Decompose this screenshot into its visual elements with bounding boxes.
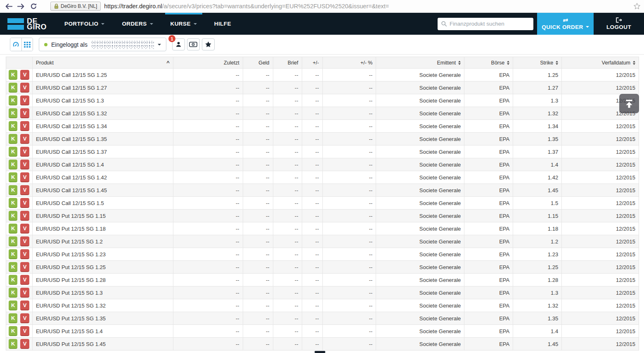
buy-button[interactable]: K [9, 198, 17, 208]
horizontal-scrollbar-thumb[interactable] [315, 351, 325, 353]
buy-button[interactable]: K [9, 185, 17, 195]
product-cell[interactable]: EUR/USD Call 12/15 SG 1.45 [33, 184, 173, 196]
table-row: KVEUR/USD Call 12/15 SG 1.32----------So… [6, 107, 639, 120]
buy-button[interactable]: K [9, 172, 17, 182]
nav-item-portfolio[interactable]: PORTFOLIO [56, 13, 113, 35]
product-cell[interactable]: EUR/USD Put 12/15 SG 1.25 [33, 261, 173, 273]
buy-button[interactable]: K [9, 121, 17, 131]
sell-button[interactable]: V [20, 147, 29, 157]
sell-button[interactable]: V [20, 70, 29, 80]
column-header-emittent[interactable]: Emittent [376, 57, 464, 68]
sell-button[interactable]: V [20, 326, 29, 336]
buy-button[interactable]: K [9, 224, 17, 234]
product-cell[interactable]: EUR/USD Call 12/15 SG 1.25 [33, 69, 173, 81]
logout-icon [616, 17, 623, 23]
product-cell[interactable]: EUR/USD Call 12/15 SG 1.35 [33, 133, 173, 145]
logout-button[interactable]: LOGOUT [594, 13, 644, 35]
bookmark-star-button[interactable] [633, 2, 641, 10]
buy-button[interactable]: K [9, 236, 17, 246]
grid-view-button[interactable] [21, 38, 33, 51]
product-cell[interactable]: EUR/USD Call 12/15 SG 1.32 [33, 107, 173, 119]
favorites-button[interactable] [202, 38, 215, 50]
product-cell[interactable]: EUR/USD Call 12/15 SG 1.37 [33, 145, 173, 158]
sell-button[interactable]: V [20, 262, 29, 272]
buy-button[interactable]: K [9, 339, 17, 349]
strike-cell: 1.35 [513, 312, 562, 324]
column-header-verfall[interactable]: Verfalldatum [562, 57, 639, 68]
chgpct-cell: -- [323, 171, 376, 184]
nav-item-kurse[interactable]: KURSE [162, 13, 206, 35]
browser-back-button[interactable] [3, 1, 14, 11]
buy-button[interactable]: K [9, 83, 17, 93]
sell-button[interactable]: V [20, 198, 29, 208]
column-header-product[interactable]: Produkt^ [33, 57, 173, 68]
sell-button[interactable]: V [20, 108, 29, 118]
product-cell[interactable]: EUR/USD Put 12/15 SG 1.3 [33, 286, 173, 299]
sell-button[interactable]: V [20, 275, 29, 285]
product-cell[interactable]: EUR/USD Call 12/15 SG 1.34 [33, 120, 173, 132]
product-cell[interactable]: EUR/USD Put 12/15 SG 1.45 [33, 338, 173, 350]
product-cell[interactable]: EUR/USD Call 12/15 SG 1.42 [33, 171, 173, 184]
product-cell[interactable]: EUR/USD Call 12/15 SG 1.3 [33, 94, 173, 107]
product-cell[interactable]: EUR/USD Put 12/15 SG 1.2 [33, 235, 173, 248]
address-bar[interactable]: https://trader.degiro.nl/a/secure/v3/pri… [104, 3, 630, 10]
nav-item-orders[interactable]: ORDERS [113, 13, 161, 35]
quick-order-button[interactable]: QUICK ORDER [537, 13, 594, 35]
browser-reload-button[interactable] [28, 1, 39, 11]
search-input[interactable] [438, 18, 533, 30]
degiro-logo[interactable]: DEGIRO [7, 13, 47, 35]
buy-button[interactable]: K [9, 275, 17, 285]
product-cell[interactable]: EUR/USD Put 12/15 SG 1.32 [33, 299, 173, 312]
scroll-to-top-button[interactable] [619, 94, 639, 113]
column-header-strike[interactable]: Strike [513, 57, 562, 68]
logged-in-dropdown[interactable]: Eingeloggt als [39, 38, 166, 51]
sell-button[interactable]: V [20, 83, 29, 93]
sell-button[interactable]: V [20, 224, 29, 234]
sell-button[interactable]: V [20, 236, 29, 246]
sell-button[interactable]: V [20, 288, 29, 298]
dashboard-view-button[interactable] [10, 38, 21, 51]
zuletzt-cell: -- [173, 222, 243, 235]
buy-button[interactable]: K [9, 108, 17, 118]
product-cell[interactable]: EUR/USD Put 12/15 SG 1.28 [33, 274, 173, 286]
product-cell[interactable]: EUR/USD Put 12/15 SG 1.15 [33, 210, 173, 222]
buy-button[interactable]: K [9, 70, 17, 80]
buy-button[interactable]: K [9, 134, 17, 144]
zuletzt-cell: -- [173, 133, 243, 145]
buy-button[interactable]: K [9, 249, 17, 259]
product-cell[interactable]: EUR/USD Call 12/15 SG 1.4 [33, 158, 173, 171]
buy-button[interactable]: K [9, 160, 17, 169]
buy-button[interactable]: K [9, 147, 17, 157]
browser-forward-button[interactable] [16, 1, 26, 11]
buy-button[interactable]: K [9, 326, 17, 336]
sell-button[interactable]: V [20, 160, 29, 169]
cash-button[interactable] [187, 38, 200, 50]
product-cell[interactable]: EUR/USD Put 12/15 SG 1.23 [33, 248, 173, 260]
sell-button[interactable]: V [20, 95, 29, 105]
sell-button[interactable]: V [20, 134, 29, 144]
buy-button[interactable]: K [9, 313, 17, 323]
site-identity-badge[interactable]: DeGiro B.V. [NL] [50, 2, 101, 11]
strike-cell: 1.18 [513, 222, 562, 235]
product-cell[interactable]: EUR/USD Call 12/15 SG 1.27 [33, 81, 173, 94]
buy-button[interactable]: K [9, 301, 17, 310]
sell-button[interactable]: V [20, 211, 29, 221]
sell-button[interactable]: V [20, 301, 29, 310]
sell-button[interactable]: V [20, 313, 29, 323]
nav-item-hilfe[interactable]: HILFE [206, 13, 240, 35]
product-cell[interactable]: EUR/USD Put 12/15 SG 1.35 [33, 312, 173, 324]
sell-button[interactable]: V [20, 185, 29, 195]
buy-button[interactable]: K [9, 211, 17, 221]
buy-button[interactable]: K [9, 95, 17, 105]
sell-button[interactable]: V [20, 121, 29, 131]
dashboard-gauge-icon [12, 41, 19, 48]
product-cell[interactable]: EUR/USD Put 12/15 SG 1.4 [33, 325, 173, 337]
sell-button[interactable]: V [20, 172, 29, 182]
product-cell[interactable]: EUR/USD Call 12/15 SG 1.5 [33, 197, 173, 209]
sell-button[interactable]: V [20, 339, 29, 349]
buy-button[interactable]: K [9, 288, 17, 298]
product-cell[interactable]: EUR/USD Put 12/15 SG 1.18 [33, 222, 173, 235]
sell-button[interactable]: V [20, 249, 29, 259]
buy-button[interactable]: K [9, 262, 17, 272]
column-header-boerse[interactable]: Börse [464, 57, 513, 68]
